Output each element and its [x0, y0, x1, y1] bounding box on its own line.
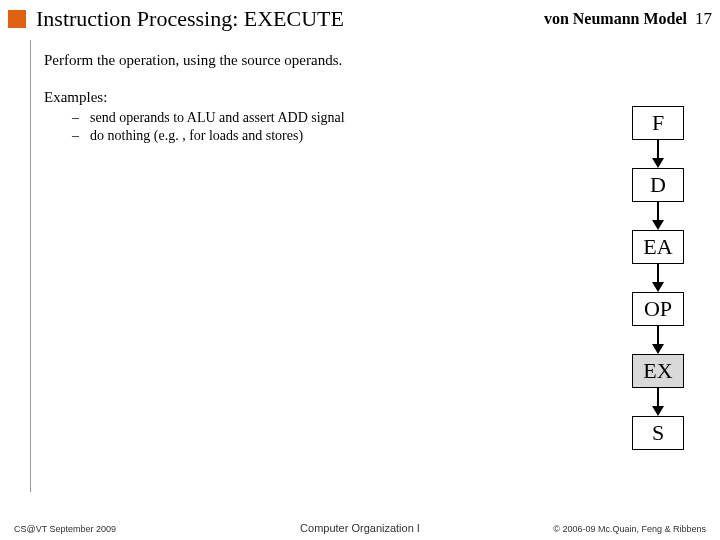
stage-ea: EA [632, 230, 684, 264]
stage-ex: EX [632, 354, 684, 388]
pipeline-column: F D EA OP EX S [632, 106, 684, 450]
slide-header: Instruction Processing: EXECUTE von Neum… [0, 0, 720, 34]
stage-d: D [632, 168, 684, 202]
arrow-down-icon [652, 202, 664, 230]
content-area: Perform the operation, using the source … [0, 34, 720, 496]
perform-text: Perform the operation, using the source … [44, 52, 690, 69]
arrow-down-icon [652, 388, 664, 416]
page-number: 17 [695, 9, 712, 29]
examples-list: send operands to ALU and assert ADD sign… [44, 110, 690, 144]
body-text: Perform the operation, using the source … [30, 34, 690, 144]
arrow-down-icon [652, 326, 664, 354]
slide-footer: CS@VT September 2009 Computer Organizati… [0, 524, 720, 534]
list-item: do nothing (e.g. , for loads and stores) [90, 128, 690, 144]
stage-s: S [632, 416, 684, 450]
vertical-rule [30, 40, 31, 492]
arrow-down-icon [652, 264, 664, 292]
slide-title: Instruction Processing: EXECUTE [36, 6, 544, 32]
footer-center: Computer Organization I [300, 522, 420, 534]
stage-f: F [632, 106, 684, 140]
arrow-down-icon [652, 140, 664, 168]
list-item: send operands to ALU and assert ADD sign… [90, 110, 690, 126]
stage-op: OP [632, 292, 684, 326]
title-bullet-icon [8, 10, 26, 28]
examples-label: Examples: [44, 89, 690, 106]
footer-right: © 2006-09 Mc.Quain, Feng & Ribbens [553, 524, 706, 534]
footer-left: CS@VT September 2009 [14, 524, 116, 534]
slide-subtitle: von Neumann Model [544, 10, 687, 28]
